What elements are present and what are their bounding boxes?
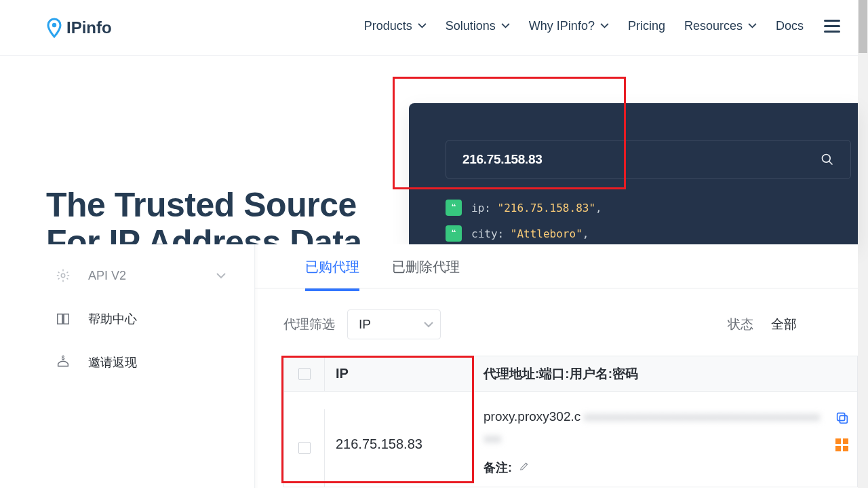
ipinfo-nav: Products Solutions Why IPinfo? Pricing R… — [364, 19, 840, 33]
quote-icon: ❝ — [446, 225, 462, 242]
svg-rect-6 — [837, 413, 845, 421]
chevron-down-icon — [748, 23, 757, 29]
svg-line-2 — [829, 162, 833, 165]
json-text: ip: "216.75.158.83", — [471, 202, 602, 214]
nav-products-label: Products — [364, 19, 412, 33]
header-ip: IP — [325, 366, 469, 381]
tabs: 已购代理 已删除代理 — [305, 258, 460, 291]
svg-rect-5 — [840, 415, 847, 423]
chevron-down-icon — [600, 23, 609, 29]
hamburger-menu-icon[interactable] — [824, 20, 840, 33]
addr-visible: proxy.proxy302.c — [484, 409, 580, 424]
sidebar-api-label: API V2 — [88, 269, 126, 283]
nav-why-label: Why IPinfo? — [529, 19, 595, 33]
tab-underline — [255, 288, 858, 288]
json-row-city: ❝ city: "Attleboro", — [446, 225, 602, 242]
nav-pricing[interactable]: Pricing — [628, 19, 665, 33]
row-checkbox-cell — [284, 409, 325, 487]
lower-panel: API V2 帮助中心 $ 邀请返现 已购代理 已删除代理 代理筛选 IP 状态 — [0, 244, 858, 488]
addr-blurred: xxxxxxxxxxxxxxxxxxxxxxxxxxxxxxxxxxxxxxxx… — [583, 409, 820, 424]
ip-search-box[interactable]: 216.75.158.83 — [446, 140, 851, 179]
scrollbar-track[interactable] — [858, 0, 868, 488]
sidebar-help-label: 帮助中心 — [88, 311, 137, 327]
addr-line-2: xxx — [484, 431, 827, 446]
book-icon — [56, 312, 71, 326]
hero-title-line1: The Trusted Source — [46, 187, 362, 224]
tab-purchased[interactable]: 已购代理 — [305, 258, 359, 291]
ip-lookup-panel: 216.75.158.83 ❝ ip: "216.75.158.83", ❝ c… — [409, 103, 858, 244]
edit-remark-icon[interactable] — [519, 461, 530, 475]
svg-text:$: $ — [62, 355, 65, 361]
sidebar-item-api[interactable]: API V2 — [0, 254, 254, 297]
ipinfo-logo[interactable]: IPinfo — [46, 18, 112, 38]
nav-resources[interactable]: Resources — [684, 19, 757, 33]
status-dropdown-value: 全部 — [771, 316, 797, 333]
addr-line: proxy.proxy302.cxxxxxxxxxxxxxxxxxxxxxxxx… — [484, 409, 827, 424]
nav-docs[interactable]: Docs — [776, 19, 804, 33]
chevron-down-icon — [424, 317, 433, 332]
row-addr: proxy.proxy302.cxxxxxxxxxxxxxxxxxxxxxxxx… — [469, 409, 827, 476]
nav-products[interactable]: Products — [364, 19, 427, 33]
filter-row: 代理筛选 IP — [283, 309, 441, 339]
copy-icon[interactable] — [835, 411, 850, 429]
status-dropdown[interactable]: 全部 — [768, 309, 843, 339]
filter-dropdown[interactable]: IP — [347, 309, 441, 339]
svg-point-3 — [61, 274, 65, 278]
header-addr: 代理地址:端口:用户名:密码 — [469, 365, 827, 383]
nav-solutions[interactable]: Solutions — [446, 19, 510, 33]
remark-label: 备注: — [484, 459, 512, 476]
status-block: 状态 全部 — [728, 309, 843, 339]
json-row-ip: ❝ ip: "216.75.158.83", — [446, 200, 602, 216]
tab-deleted[interactable]: 已删除代理 — [392, 258, 460, 291]
json-text: city: "Attleboro", — [471, 227, 589, 240]
qr-icon[interactable] — [835, 438, 849, 452]
nav-resources-label: Resources — [684, 19, 743, 33]
brand-name: IPinfo — [66, 18, 112, 37]
sidebar-item-help[interactable]: 帮助中心 — [0, 297, 254, 341]
sidebar-invite-label: 邀请返现 — [88, 354, 137, 371]
chevron-down-icon — [418, 23, 427, 29]
chevron-down-icon — [216, 269, 226, 283]
table-header: IP 代理地址:端口:用户名:密码 — [283, 356, 858, 391]
table-row: 216.75.158.83 proxy.proxy302.cxxxxxxxxxx… — [283, 391, 858, 487]
json-preview: ❝ ip: "216.75.158.83", ❝ city: "Attlebor… — [446, 200, 602, 242]
nav-solutions-label: Solutions — [446, 19, 496, 33]
scrollbar-thumb[interactable] — [859, 0, 867, 53]
filter-label: 代理筛选 — [283, 316, 335, 333]
filter-dropdown-value: IP — [359, 317, 371, 332]
header-addr-label: 代理地址:端口:用户名:密码 — [484, 365, 827, 383]
search-icon[interactable] — [821, 153, 834, 166]
ipinfo-header: IPinfo Products Solutions Why IPinfo? Pr… — [0, 0, 858, 56]
nav-docs-label: Docs — [776, 19, 804, 33]
ip-search-value: 216.75.158.83 — [462, 152, 821, 167]
nav-pricing-label: Pricing — [628, 19, 665, 33]
sidebar: API V2 帮助中心 $ 邀请返现 — [0, 244, 254, 488]
svg-point-0 — [52, 23, 56, 27]
svg-point-1 — [823, 155, 831, 163]
row-actions — [827, 409, 857, 452]
chevron-down-icon — [501, 23, 510, 29]
row-ip: 216.75.158.83 — [325, 409, 469, 452]
nav-why[interactable]: Why IPinfo? — [529, 19, 609, 33]
map-pin-icon — [46, 18, 62, 38]
addr-blurred-2: xxx — [484, 431, 501, 446]
sidebar-item-invite[interactable]: $ 邀请返现 — [0, 341, 254, 384]
api-icon — [56, 268, 71, 283]
cashback-icon: $ — [56, 355, 71, 370]
proxy-panel: 已购代理 已删除代理 代理筛选 IP 状态 全部 IP 代理地址:端口:用户名:… — [254, 244, 858, 488]
proxy-table: IP 代理地址:端口:用户名:密码 216.75.158.83 proxy.pr… — [283, 356, 858, 487]
header-actions — [827, 373, 857, 375]
quote-icon: ❝ — [446, 200, 462, 216]
remark-line: 备注: — [484, 459, 827, 476]
checkbox-row[interactable] — [298, 442, 311, 454]
checkbox-all[interactable] — [298, 368, 311, 380]
header-checkbox-cell — [284, 356, 325, 391]
status-label: 状态 — [728, 316, 753, 333]
